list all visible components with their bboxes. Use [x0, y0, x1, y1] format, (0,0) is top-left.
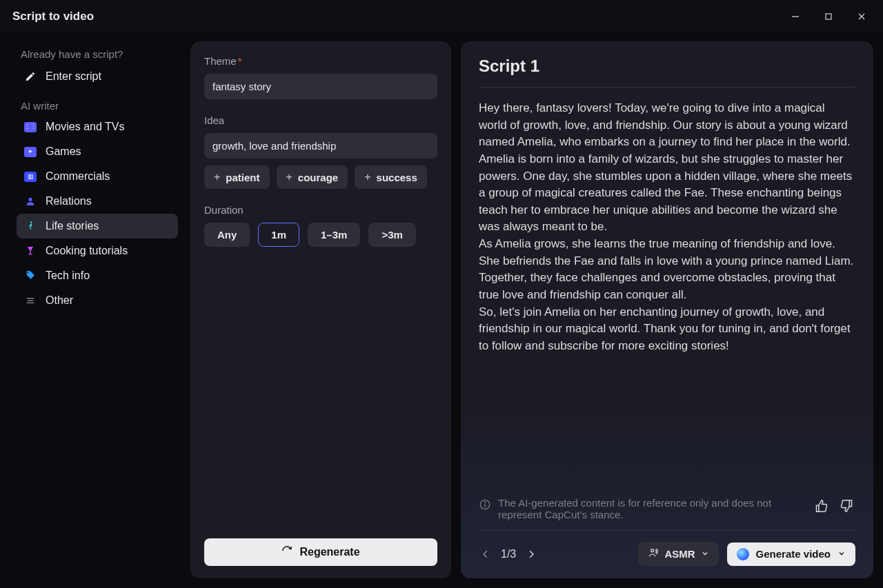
sidebar-item-label: Cooking tutorials [46, 245, 128, 257]
gamepad-icon: ✦ [23, 145, 37, 159]
plus-icon: + [214, 171, 220, 183]
regenerate-label: Regenerate [299, 546, 359, 558]
thumbs-up-button[interactable] [813, 497, 831, 515]
theme-field: Theme* [204, 55, 437, 99]
chip-success[interactable]: + success [355, 165, 427, 189]
voice-select[interactable]: ASMR [638, 542, 718, 566]
voice-label: ASMR [664, 548, 695, 560]
info-icon [479, 498, 491, 513]
sidebar-item-tech[interactable]: Tech info [17, 263, 178, 288]
titlebar: Script to video [0, 0, 883, 33]
sidebar-hint: Already have a script? [17, 47, 178, 64]
duration-label: Duration [204, 204, 437, 216]
refresh-icon [281, 545, 292, 559]
pager: 1/3 [479, 547, 538, 561]
form-panel: Theme* Idea + patient + courage + succes… [190, 41, 451, 578]
sidebar-item-commercials[interactable]: ▥ Commercials [17, 164, 178, 189]
idea-label: Idea [204, 114, 437, 126]
maximize-button[interactable] [815, 6, 842, 27]
script-panel: Script 1 Hey there, fantasy lovers! Toda… [461, 41, 873, 578]
close-button[interactable] [849, 6, 875, 27]
svg-point-12 [651, 549, 654, 552]
duration-gt3m[interactable]: >3m [368, 223, 415, 247]
svg-rect-8 [27, 303, 34, 303]
voice-icon [648, 547, 659, 560]
sidebar-item-label: Life stories [46, 220, 99, 232]
film-icon: ⋮⋮ [23, 120, 37, 134]
disclaimer-text: The AI-generated content is for referenc… [498, 497, 795, 520]
svg-point-11 [484, 502, 485, 503]
thumbs-down-button[interactable] [837, 497, 855, 515]
duration-options: Any 1m 1–3m >3m [204, 223, 437, 247]
chip-patient[interactable]: + patient [204, 165, 270, 189]
generate-label: Generate video [756, 548, 831, 560]
duration-any[interactable]: Any [204, 223, 250, 247]
chevron-down-icon [837, 548, 846, 560]
list-icon [23, 294, 37, 307]
glass-icon [23, 244, 37, 258]
sidebar-item-label: Commercials [46, 170, 110, 183]
sidebar-section: AI writer [17, 89, 178, 114]
idea-chips: + patient + courage + success [204, 165, 437, 189]
walk-icon [23, 219, 37, 233]
person-icon [23, 194, 37, 208]
chip-courage[interactable]: + courage [277, 165, 348, 189]
sidebar-item-games[interactable]: ✦ Games [17, 139, 178, 164]
sidebar-item-label: Other [46, 294, 73, 307]
script-title: Script 1 [479, 57, 855, 88]
pager-text: 1/3 [501, 548, 516, 560]
theme-label: Theme* [204, 55, 437, 67]
prev-button[interactable] [479, 547, 493, 561]
svg-point-5 [30, 221, 32, 223]
pencil-icon [23, 70, 37, 83]
sidebar-item-relations[interactable]: Relations [17, 189, 178, 214]
sidebar-enter-script[interactable]: Enter script [17, 64, 178, 89]
plus-icon: + [286, 171, 292, 183]
sidebar-item-other[interactable]: Other [17, 288, 178, 313]
regenerate-button[interactable]: Regenerate [204, 538, 437, 566]
chip-label: courage [298, 172, 338, 183]
sidebar: Already have a script? Enter script AI w… [10, 41, 181, 578]
duration-1-3m[interactable]: 1–3m [308, 223, 360, 247]
generate-video-button[interactable]: Generate video [727, 543, 855, 566]
chart-icon: ▥ [23, 170, 37, 183]
sidebar-item-label: Movies and TVs [46, 121, 124, 133]
chevron-down-icon [701, 548, 709, 560]
idea-input[interactable] [204, 133, 437, 159]
svg-point-4 [28, 198, 32, 201]
footer-row: 1/3 ASMR Generate video [479, 531, 855, 566]
sidebar-item-label: Games [46, 145, 81, 158]
sidebar-item-movies[interactable]: ⋮⋮ Movies and TVs [17, 114, 178, 139]
disclaimer-row: The AI-generated content is for referenc… [479, 489, 855, 531]
sidebar-item-cooking[interactable]: Cooking tutorials [17, 239, 178, 263]
duration-1m[interactable]: 1m [258, 223, 299, 247]
chip-label: patient [226, 172, 259, 183]
script-body[interactable]: Hey there, fantasy lovers! Today, we're … [479, 88, 855, 489]
sidebar-item-label: Enter script [46, 70, 101, 83]
orb-icon [737, 548, 749, 560]
duration-field: Duration Any 1m 1–3m >3m [204, 204, 437, 247]
sidebar-item-label: Relations [46, 195, 92, 207]
svg-rect-1 [826, 14, 831, 19]
tag-icon [23, 269, 37, 283]
svg-rect-7 [28, 300, 33, 301]
plus-icon: + [364, 171, 370, 183]
theme-input[interactable] [204, 74, 437, 99]
sidebar-item-life-stories[interactable]: Life stories [17, 214, 178, 239]
minimize-button[interactable] [782, 6, 808, 27]
svg-rect-6 [27, 298, 34, 298]
next-button[interactable] [524, 547, 538, 561]
chip-label: success [377, 172, 417, 183]
app-title: Script to video [12, 10, 94, 23]
idea-field: Idea + patient + courage + success [204, 114, 437, 189]
window-controls [782, 6, 875, 27]
sidebar-item-label: Tech info [46, 270, 90, 282]
